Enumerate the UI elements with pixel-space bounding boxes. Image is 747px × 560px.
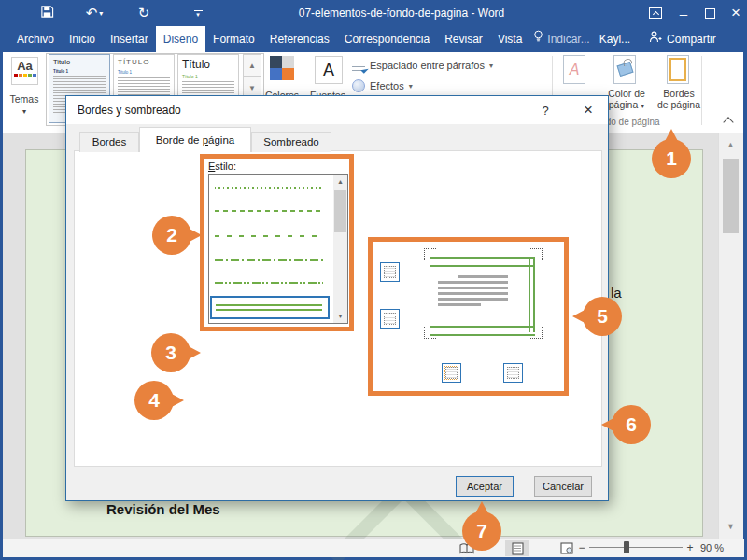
title-bar: ↶▾ ↻ ▾ 07-elementos-de-fondo-de-pagina -… [0, 0, 747, 26]
estilo-scrollbar-thumb[interactable] [334, 190, 346, 232]
page-color-label: Color de página ▾ [602, 88, 651, 112]
zoom-out-button[interactable]: − [575, 540, 588, 555]
tell-me-box[interactable]: Indicar... [529, 26, 597, 52]
borders-shading-dialog: Bordes y sombreado ? × Bordes Borde de p… [65, 95, 609, 501]
share-button[interactable]: Compartir [641, 26, 724, 52]
tell-me-label: Indicar... [547, 26, 589, 52]
border-toggle-icon [384, 266, 396, 278]
zoom-in-button[interactable]: + [684, 540, 697, 555]
tab-referencias[interactable]: Referencias [262, 26, 337, 52]
scroll-down-icon: ▼ [248, 84, 256, 92]
zoom-level[interactable]: 90 % [700, 542, 724, 553]
style-card-title: TÍTULO [118, 58, 170, 66]
preview-text-line [438, 303, 481, 306]
tab-vista[interactable]: Vista [490, 26, 529, 52]
tab-diseno[interactable]: Diseño [156, 26, 205, 52]
fonts-icon: A [315, 56, 343, 84]
estilo-style-option[interactable] [215, 259, 323, 261]
preview-bottom-border-button[interactable] [380, 309, 400, 329]
qat-customize-button[interactable]: ▾ [189, 3, 207, 23]
themes-label: Temas [8, 93, 40, 105]
preview-text-line [438, 298, 508, 301]
redo-icon: ↻ [138, 5, 150, 21]
paragraph-spacing-dropdown-icon: ▾ [489, 62, 493, 70]
estilo-scrollbar[interactable]: ▲ ▼ [333, 175, 347, 323]
style-card-sub: Título 1 [182, 74, 234, 79]
user-account[interactable]: Kayl... [598, 26, 638, 52]
tab-revisar[interactable]: Revisar [437, 26, 490, 52]
style-card-sub: Título 1 [53, 69, 106, 74]
preview-text-line [458, 275, 508, 278]
page-borders-icon [667, 55, 689, 84]
collapse-ribbon-button[interactable] [720, 114, 739, 129]
dialog-help-button[interactable]: ? [533, 100, 557, 120]
scrollbar-thumb[interactable] [723, 159, 739, 233]
tab-insertar[interactable]: Insertar [103, 26, 156, 52]
scroll-down-icon: ▼ [726, 522, 735, 531]
minimize-button[interactable]: – [670, 0, 697, 26]
style-card-title: Titulo [53, 58, 106, 66]
dialog-tab-bordes[interactable]: Bordes [79, 132, 139, 152]
effects-button[interactable]: Efectos ▾ [352, 78, 464, 93]
print-layout-button[interactable] [505, 540, 529, 556]
qat-customize-caret-icon: ▾ [196, 12, 200, 17]
estilo-selected-option[interactable] [210, 296, 330, 319]
preview-left-border-button[interactable] [442, 363, 461, 383]
themes-button[interactable]: Aa Temas ▾ [8, 54, 40, 129]
preview-text-line [438, 287, 508, 289]
estilo-style-option[interactable] [215, 187, 323, 189]
preview-top-border-button[interactable] [380, 262, 400, 282]
tab-inicio[interactable]: Inicio [62, 26, 103, 52]
estilo-scroll-up-icon[interactable]: ▲ [333, 175, 347, 189]
ribbon-tab-bar: Archivo Inicio Insertar Diseño Formato R… [3, 26, 744, 52]
undo-icon: ↶ [86, 5, 98, 21]
preview-text-line [438, 281, 508, 284]
redo-button[interactable]: ↻ [133, 3, 155, 23]
cancelar-button[interactable]: Cancelar [534, 476, 592, 497]
callout-1: 1 [652, 139, 691, 178]
lightbulb-icon [533, 26, 543, 52]
preview-border-top [430, 257, 535, 267]
close-button[interactable]: × [723, 0, 747, 26]
preview-right-border-button[interactable] [503, 363, 523, 383]
tab-archivo[interactable]: Archivo [9, 26, 62, 52]
estilo-style-option[interactable] [215, 282, 323, 284]
dialog-title: Bordes y sombreado [78, 104, 181, 117]
dialog-close-button[interactable]: × [576, 100, 600, 120]
scrollbar-down-button[interactable]: ▼ [721, 517, 740, 536]
save-button[interactable] [35, 3, 58, 23]
person-plus-icon [649, 26, 662, 52]
border-toggle-icon [445, 367, 458, 379]
scroll-up-icon: ▲ [726, 140, 735, 149]
colors-icon [270, 56, 294, 80]
tab-formato[interactable]: Formato [205, 26, 262, 52]
tab-correspondencia[interactable]: Correspondencia [337, 26, 437, 52]
estilo-label: Estilo: [208, 161, 236, 172]
watermark-icon: A [563, 55, 585, 84]
estilo-style-option[interactable] [215, 210, 323, 212]
undo-button[interactable]: ↶▾ [80, 3, 108, 23]
estilo-style-option[interactable] [215, 235, 323, 237]
zoom-slider-track[interactable] [589, 547, 683, 548]
effects-dropdown-icon: ▾ [409, 82, 413, 91]
gallery-scroll-up-button[interactable]: ▲ [243, 54, 261, 77]
print-layout-icon [512, 542, 524, 555]
effects-icon [352, 79, 365, 92]
save-icon [40, 5, 54, 21]
style-card-sub: Título 1 [118, 70, 170, 75]
estilo-scroll-down-icon[interactable]: ▼ [333, 309, 347, 323]
themes-icon: Aa [11, 57, 38, 85]
scrollbar-up-button[interactable]: ▲ [721, 135, 740, 154]
zoom-slider-thumb[interactable] [624, 541, 629, 553]
web-layout-icon [560, 542, 573, 554]
maximize-button[interactable] [697, 0, 723, 26]
scroll-up-icon: ▲ [248, 62, 256, 70]
vertical-scrollbar[interactable]: ▲ ▼ [718, 133, 743, 539]
dialog-tab-borde-de-pagina[interactable]: Borde de página [139, 127, 251, 152]
paragraph-spacing-button[interactable]: Espaciado entre párrafos ▾ [352, 58, 520, 73]
page-color-icon [613, 55, 636, 84]
aceptar-button[interactable]: Aceptar [456, 476, 514, 497]
preview-text-line [438, 292, 508, 295]
dialog-tab-sombreado[interactable]: Sombreado [251, 132, 331, 152]
ribbon-display-options-button[interactable] [642, 0, 669, 26]
